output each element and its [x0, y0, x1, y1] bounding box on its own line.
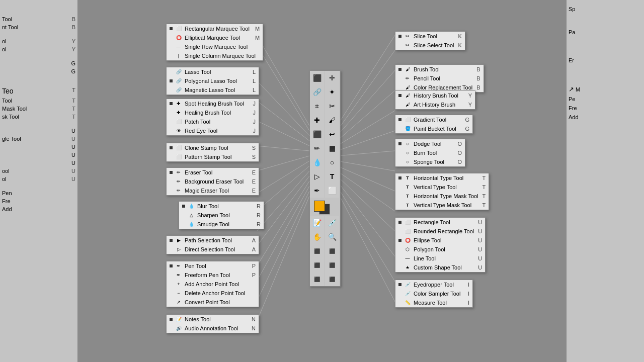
polygon-item[interactable]: ⬡ Polygon Tool U	[395, 245, 485, 254]
move-btn[interactable]: ✛	[325, 71, 339, 85]
crop-btn[interactable]: ⌗	[310, 99, 324, 113]
right-panel-item-5[interactable]: Pe	[567, 95, 644, 103]
blur-item[interactable]: 💧 Blur Tool R	[179, 202, 264, 211]
del-anchor-item[interactable]: − Delete Anchor Point Tool	[167, 289, 259, 298]
right-panel-item-2[interactable]: Pa	[567, 28, 644, 36]
burn-item[interactable]: ○ Burn Tool O	[395, 148, 465, 157]
audio-annot-item[interactable]: 🔊 Audio Annotation Tool N	[167, 324, 259, 333]
left-panel-item[interactable]: gle Tool U	[0, 135, 77, 143]
left-panel-item[interactable]: Add	[0, 205, 77, 213]
marquee-rect-btn[interactable]: ⬛	[310, 71, 324, 85]
bg-eraser-item[interactable]: ✏ Background Eraser Tool E	[167, 177, 259, 186]
left-panel-item[interactable]: G	[0, 67, 77, 75]
spot-healing-item[interactable]: ✚ Spot Healing Brush Tool J	[167, 99, 259, 108]
line-item[interactable]: — Line Tool U	[395, 254, 485, 263]
hist-brush-item[interactable]: 🖌 History Brush Tool Y	[395, 91, 475, 100]
left-panel-item[interactable]: ol Y	[0, 45, 77, 53]
elliptical-marquee-item[interactable]: ⭕ Elliptical Marquee Tool M	[167, 33, 263, 42]
magic-wand-btn[interactable]: ✦	[325, 85, 339, 99]
left-panel-item[interactable]: Tool T	[0, 97, 77, 105]
h-mask-item[interactable]: T Horizontal Type Mask Tool T	[395, 192, 489, 201]
left-panel-item[interactable]: Pen	[0, 189, 77, 197]
rect-shape-item[interactable]: ⬜ Rectangle Tool U	[395, 218, 485, 227]
h-type-item[interactable]: T Horizontal Type Tool T	[395, 173, 489, 183]
blur-btn[interactable]: 💧	[310, 155, 324, 169]
left-panel-item[interactable]: Mask Tool T	[0, 105, 77, 113]
right-panel-item-6[interactable]: Fre	[567, 104, 644, 112]
left-panel-item[interactable]: ol U	[0, 175, 77, 183]
left-panel-item[interactable]: U	[0, 143, 77, 151]
path-btn[interactable]: ▷	[310, 169, 324, 184]
pattern-stamp-item[interactable]: ⬜ Pattern Stamp Tool S	[167, 152, 259, 161]
gradient-item[interactable]: ⬜ Gradient Tool G	[395, 115, 472, 124]
clone-stamp-item[interactable]: ⬜ Clone Stamp Tool S	[167, 143, 259, 152]
left-panel-item[interactable]: Tool B	[0, 15, 77, 23]
eraser-btn[interactable]: ✏	[310, 141, 324, 155]
extra-btn-5[interactable]: ⬛	[310, 272, 324, 286]
left-panel-item[interactable]: sk Tool T	[0, 113, 77, 121]
hand-btn[interactable]: ✋	[310, 230, 324, 244]
ellipse-shape-item[interactable]: ⭕ Ellipse Tool U	[395, 236, 485, 245]
paint-bucket-item[interactable]: 🪣 Paint Bucket Tool G	[395, 124, 472, 133]
eraser-item[interactable]: ✏ Eraser Tool E	[167, 168, 259, 177]
magic-eraser-item[interactable]: ✏ Magic Eraser Tool E	[167, 186, 259, 195]
measure-item[interactable]: 📏 Measure Tool I	[395, 298, 472, 307]
extra-btn-2[interactable]: ⬛	[325, 244, 339, 258]
path-sel-item[interactable]: ▶ Path Selection Tool A	[167, 236, 259, 245]
left-panel-item[interactable]: ol Y	[0, 37, 77, 45]
v-type-item[interactable]: T Vertical Type Tool T	[395, 183, 489, 192]
extra-btn-6[interactable]: ⬛	[325, 272, 339, 286]
dodge-btn[interactable]: ○	[325, 155, 339, 169]
eyedropper-btn[interactable]: 💉	[325, 216, 339, 230]
left-panel-item[interactable]: nt Tool B	[0, 23, 77, 31]
left-panel-item[interactable]: Fre	[0, 197, 77, 205]
type-btn[interactable]: T	[325, 169, 339, 184]
single-col-marquee-item[interactable]: | Single Column Marquee Tool	[167, 51, 263, 60]
left-panel-item[interactable]: G	[0, 59, 77, 67]
pen-btn[interactable]: ✒	[310, 184, 324, 198]
clone-btn[interactable]: ⬛	[310, 127, 324, 141]
brush-btn[interactable]: 🖌	[325, 113, 339, 127]
single-row-marquee-item[interactable]: — Single Row Marquee Tool	[167, 42, 263, 51]
freeform-pen-item[interactable]: ✒ Freeform Pen Tool P	[167, 270, 259, 280]
sponge-item[interactable]: ○ Sponge Tool O	[395, 157, 465, 166]
custom-shape-item[interactable]: ★ Custom Shape Tool U	[395, 263, 485, 272]
left-panel-item[interactable]: U	[0, 159, 77, 167]
rectangular-marquee-item[interactable]: ⬜ Rectangular Marquee Tool M	[167, 24, 263, 33]
patch-item[interactable]: ⬜ Patch Tool J	[167, 117, 259, 126]
pen-item[interactable]: ✒ Pen Tool P	[167, 261, 259, 270]
gradient-btn[interactable]: ▦	[325, 141, 339, 155]
dodge-item[interactable]: ○ Dodge Tool O	[395, 139, 465, 148]
right-panel-item-4[interactable]: ↗ M	[567, 84, 644, 94]
extra-btn-4[interactable]: ⬛	[325, 258, 339, 272]
fg-color-swatch[interactable]	[314, 201, 325, 212]
right-panel-item[interactable]: Sp	[567, 5, 644, 13]
left-panel-item[interactable]: U	[0, 151, 77, 159]
extra-btn-1[interactable]: ⬛	[310, 244, 324, 258]
history-btn[interactable]: ↩	[325, 127, 339, 141]
art-hist-item[interactable]: 🖌 Art History Brush Y	[395, 100, 475, 109]
slice-sel-item[interactable]: ✂ Slice Select Tool K	[395, 41, 465, 50]
slice-item[interactable]: ✂ Slice Tool K	[395, 32, 465, 41]
smudge-item[interactable]: 💧 Smudge Tool R	[179, 220, 264, 229]
v-mask-item[interactable]: T Vertical Type Mask Tool T	[395, 201, 489, 210]
magnetic-lasso-item[interactable]: 🔗 Magnetic Lasso Tool L	[167, 85, 259, 95]
heal-btn[interactable]: ✚	[310, 113, 324, 127]
zoom-btn[interactable]: 🔍	[325, 230, 339, 244]
lasso-item[interactable]: 🔗 Lasso Tool L	[167, 67, 259, 76]
left-panel-teo-item[interactable]: Teo T	[0, 85, 77, 97]
red-eye-item[interactable]: 👁 Red Eye Tool J	[167, 126, 259, 135]
brush-item[interactable]: 🖌 Brush Tool B	[395, 65, 484, 74]
eyedropper-item[interactable]: 💉 Eyedropper Tool I	[395, 280, 472, 289]
left-panel-item[interactable]: U	[0, 127, 77, 135]
healing-brush-item[interactable]: ✚ Healing Brush Tool J	[167, 108, 259, 117]
slice-btn[interactable]: ✂	[325, 99, 339, 113]
add-anchor-item[interactable]: + Add Anchor Point Tool	[167, 280, 259, 289]
notes-btn[interactable]: 📝	[310, 216, 324, 230]
shape-btn[interactable]: ⬜	[325, 184, 339, 198]
round-rect-item[interactable]: ⬜ Rounded Rectangle Tool U	[395, 227, 485, 236]
left-panel-item[interactable]: ool U	[0, 167, 77, 175]
extra-btn-3[interactable]: ⬛	[310, 258, 324, 272]
right-panel-item-7[interactable]: Add	[567, 113, 644, 121]
sharpen-item[interactable]: △ Sharpen Tool R	[179, 211, 264, 220]
